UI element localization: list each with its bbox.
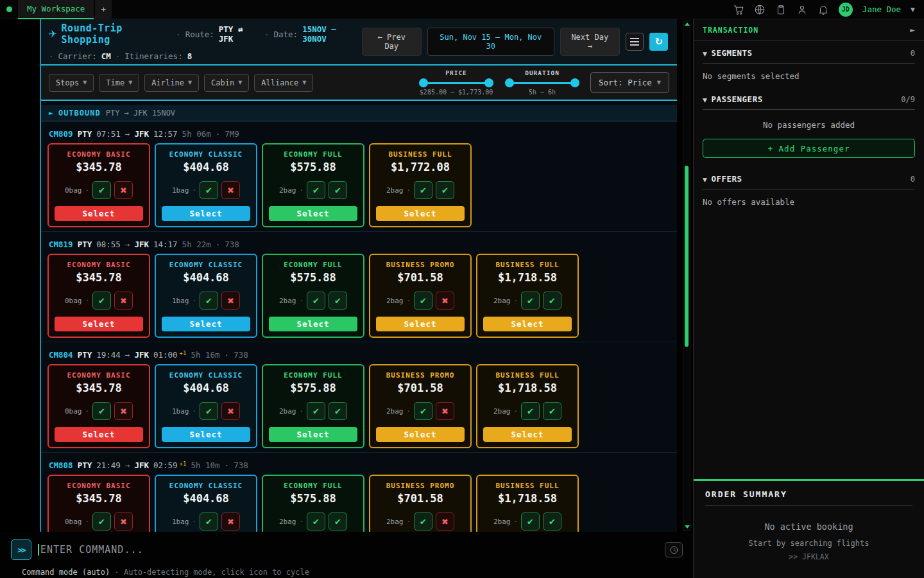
user-icon[interactable] [796,4,808,15]
workspace-tab[interactable]: My Workspace [18,0,94,19]
select-fare-button[interactable]: Select [269,206,357,221]
price-slider[interactable] [420,78,492,87]
flight-destination: JFK [134,350,149,360]
fare-card: ECONOMY FULL $575.88 2bag · ✔✔ Select [262,364,364,448]
select-fare-button[interactable]: Select [376,206,465,221]
clipboard-icon[interactable] [775,4,787,15]
baggage-included-icon: ✔ [543,402,561,420]
command-status: Command mode (auto) · Auto-detecting mod… [0,561,693,577]
select-fare-button[interactable]: Select [55,206,143,221]
bag-count: 1bag [172,297,189,305]
command-mode-button[interactable]: >> [11,539,31,560]
baggage-excluded-icon: ✖ [221,181,240,199]
flight-header: CM808 PTY 21:49 → JFK 02:59 +1 5h 10m · … [41,460,677,470]
scroll-down-arrow-icon[interactable] [685,525,690,529]
baggage-row: 0bag · ✔✖ [65,512,133,530]
select-fare-button[interactable]: Select [162,206,250,221]
bag-count: 2bag [386,186,404,195]
date-range-button[interactable]: Sun, Nov 15 – Mon, Nov 30 [427,28,554,56]
globe-icon[interactable] [754,4,766,15]
date-label: Date: [273,30,298,39]
flight-aircraft: 738 [225,240,239,249]
filter-dropdowns: Stops ▼ Time ▼ Airline ▼ Cabin ▼ Allianc… [49,74,313,92]
flight-duration: 5h 22m [182,240,211,249]
select-fare-button[interactable]: Select [269,427,357,442]
flight-block: CM808 PTY 21:49 → JFK 02:59 +1 5h 10m · … [41,453,677,532]
duration-slider-max-handle[interactable] [570,78,579,87]
passengers-section-header[interactable]: ▼PASSENGERS 0/9 [703,94,915,110]
segments-section-header[interactable]: ▼SEGMENTS 0 [703,48,915,64]
scroll-up-arrow-icon[interactable] [685,22,690,26]
offers-section-header[interactable]: ▼OFFERS 0 [703,174,915,189]
cart-icon[interactable] [733,4,744,15]
select-fare-button[interactable]: Select [55,427,143,442]
bag-count: 2bag [493,518,511,526]
separator: · [513,518,518,526]
scrollbar[interactable] [683,20,690,531]
bag-count: 2bag [279,518,296,526]
fare-price: $575.88 [290,381,336,394]
refresh-button[interactable]: ↻ [649,33,668,51]
duration-slider[interactable] [506,78,578,87]
bag-count: 0bag [65,407,82,416]
filter-dropdown-button[interactable]: Alliance ▼ [254,74,313,92]
bag-count: 0bag [65,186,82,195]
next-day-button[interactable]: Next Day → [560,28,620,56]
separator: · [406,518,411,526]
transaction-header[interactable]: TRANSACTION ► [694,19,924,41]
filter-dropdown-button[interactable]: Cabin ▼ [204,74,249,92]
select-fare-button[interactable]: Select [483,317,572,331]
baggage-included-icon: ✔ [543,292,561,310]
select-fare-button[interactable]: Select [55,317,143,331]
separator: · [85,297,89,305]
separator: · [299,518,304,526]
separator: · [192,186,196,195]
select-fare-button[interactable]: Select [483,427,572,442]
duration-slider-min-handle[interactable] [505,78,514,87]
select-fare-button[interactable]: Select [376,427,465,442]
topbar: My Workspace + JD Jane Doe ▼ [0,0,924,19]
chevron-down-icon[interactable]: ▼ [911,6,915,13]
scrollbar-thumb[interactable] [685,166,689,347]
expand-arrow-icon: ► [49,110,53,116]
separator: · [513,407,518,416]
price-slider-max-handle[interactable] [484,78,493,87]
fare-card: ECONOMY CLASSIC $404.68 1bag · ✔✖ Select [155,475,257,532]
prev-day-button[interactable]: ← Prev Day [362,28,422,56]
command-mode-text: Command mode (auto) [22,568,110,577]
fare-card: ECONOMY FULL $575.88 2bag · ✔✔ Select [262,475,364,532]
select-fare-button[interactable]: Select [162,427,250,442]
price-range-value: $285.00 – $1,773.00 [420,89,493,96]
menu-button[interactable] [626,33,644,51]
flight-arrival-time: 12:57 [153,129,178,139]
select-fare-button[interactable]: Select [269,317,357,331]
fare-card: ECONOMY CLASSIC $404.68 1bag · ✔✖ Select [155,143,257,227]
sort-dropdown[interactable]: Sort: Price ▼ [590,72,669,93]
add-passenger-button[interactable]: + Add Passenger [703,139,915,158]
fare-card: ECONOMY FULL $575.88 2bag · ✔✔ Select [262,143,364,227]
flight-block: CM804 PTY 19:44 → JFK 01:00 +1 5h 16m · … [41,342,677,453]
user-name: Jane Doe [862,4,901,14]
avatar[interactable]: JD [839,3,853,17]
separator: · [406,186,411,195]
collapse-arrow-icon[interactable]: ► [910,26,915,33]
select-fare-button[interactable]: Select [162,317,250,331]
filter-dropdown-button[interactable]: Airline ▼ [144,74,199,92]
outbound-section-header[interactable]: ► OUTBOUND PTY → JFK 15NOV [41,105,677,121]
bag-marks: ✔✖ [92,292,133,310]
baggage-row: 2bag · ✔✔ [279,512,347,530]
price-slider-min-handle[interactable] [419,78,428,87]
baggage-included-icon: ✔ [329,181,347,199]
bell-icon[interactable] [817,4,829,15]
separator: · [85,518,89,526]
history-button[interactable] [665,542,683,557]
separator: · [216,240,221,249]
new-tab-button[interactable]: + [95,0,112,19]
bag-marks: ✔✔ [307,181,347,199]
fare-card: BUSINESS PROMO $701.58 2bag · ✔✖ Select [369,254,472,338]
command-input[interactable]: ENTER COMMAND... [38,544,665,556]
filter-dropdown-button[interactable]: Time ▼ [99,74,139,92]
itineraries-value: 8 [187,51,193,61]
filter-dropdown-button[interactable]: Stops ▼ [49,74,94,92]
select-fare-button[interactable]: Select [376,317,465,331]
